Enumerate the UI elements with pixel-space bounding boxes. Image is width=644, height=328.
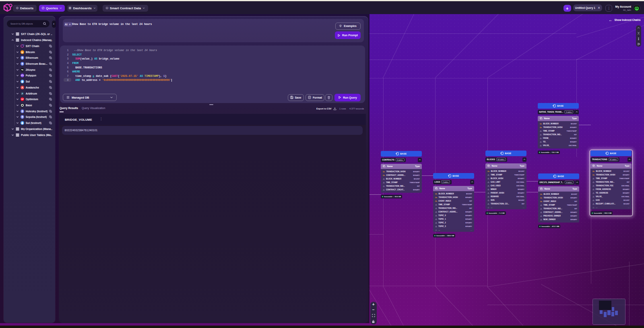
svg-text:B: B (21, 51, 23, 53)
